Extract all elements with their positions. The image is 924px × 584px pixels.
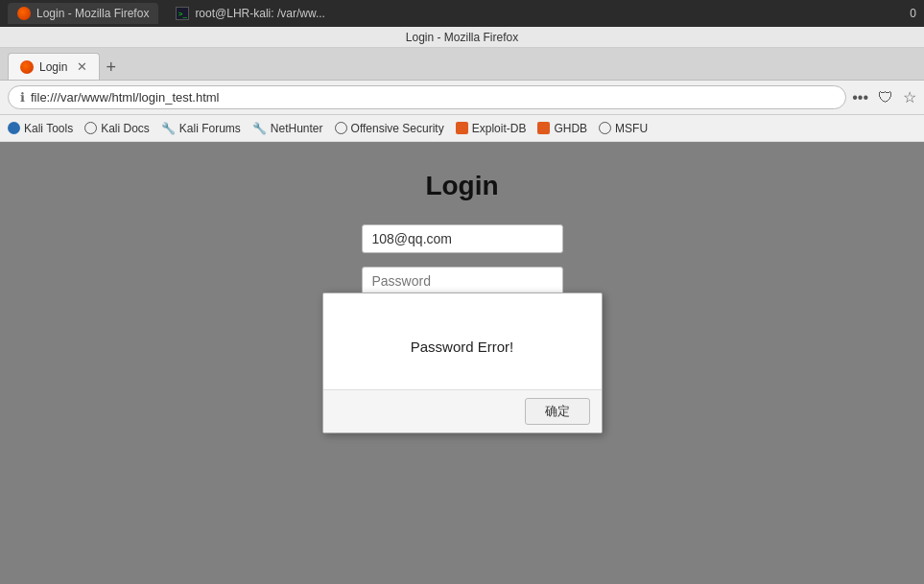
tab-favicon [20,60,34,74]
bookmark-label: Exploit-DB [472,122,527,135]
shield-icon[interactable]: 🛡 [878,89,893,106]
page-content: Login Login Password Error! 确定 [0,142,924,584]
bookmark-label: MSFU [615,122,648,135]
bookmark-label: Offensive Security [351,122,444,135]
bookmark-item-2[interactable]: 🔧Kali Forums [161,122,241,135]
dragon-icon [537,122,550,134]
address-input-container[interactable]: ℹ file:///var/www/html/login_test.html [8,85,846,109]
bookmark-label: Kali Tools [24,122,73,135]
browser-title-text: Login - Mozilla Firefox [406,31,518,44]
toolbar-icons: ••• 🛡 ☆ [852,88,916,106]
bookmark-item-5[interactable]: Exploit-DB [456,122,527,135]
address-bar: ℹ file:///var/www/html/login_test.html •… [0,81,924,115]
os-titlebar-right: 0 [910,7,916,20]
bookmark-label: Kali Docs [101,122,150,135]
tab-bar: Login ✕ + [0,48,924,81]
info-icon: ℹ [20,90,25,105]
wrench-icon: 🔧 [161,122,176,135]
bookmark-item-1[interactable]: Kali Docs [84,122,150,135]
globe-icon [599,122,611,134]
wrench-icon: 🔧 [252,122,267,135]
password-error-dialog: Password Error! 确定 [322,292,603,433]
address-text: file:///var/www/html/login_test.html [31,90,220,105]
browser-titlebar: Login - Mozilla Firefox [0,27,924,48]
browser-os-tab[interactable]: Login - Mozilla Firefox [8,3,158,24]
bookmark-item-0[interactable]: Kali Tools [8,122,73,135]
dialog-ok-button[interactable]: 确定 [525,398,590,425]
os-titlebar: Login - Mozilla Firefox >_ root@LHR-kali… [0,0,924,27]
bookmark-label: Kali Forums [179,122,241,135]
bookmark-item-7[interactable]: MSFU [599,122,648,135]
bookmarks-bar: Kali ToolsKali Docs🔧Kali Forums🔧NetHunte… [0,115,924,142]
globe-icon [84,122,97,134]
bookmark-star-icon[interactable]: ☆ [903,88,916,106]
terminal-os-tab-label: root@LHR-kali: /var/ww... [195,7,325,20]
bookmark-item-4[interactable]: Offensive Security [335,122,444,135]
browser-os-tab-label: Login - Mozilla Firefox [36,7,149,20]
firefox-favicon [17,7,31,20]
dialog-overlay: Password Error! 确定 [0,142,924,584]
tab-close-button[interactable]: ✕ [77,59,87,74]
dialog-footer: 确定 [323,389,602,432]
globe-icon [335,122,347,134]
more-options-icon[interactable]: ••• [852,89,868,106]
terminal-icon: >_ [176,7,189,20]
bookmark-label: NetHunter [271,122,323,135]
browser-tab-label: Login [39,60,67,74]
kali-icon [8,122,20,134]
terminal-os-tab[interactable]: >_ root@LHR-kali: /var/ww... [166,3,335,24]
bookmark-label: GHDB [554,122,587,135]
bookmark-item-6[interactable]: GHDB [537,122,587,135]
dragon-icon [456,122,468,134]
dialog-message: Password Error! [323,293,602,389]
new-tab-button[interactable]: + [100,58,122,78]
bookmark-item-3[interactable]: 🔧NetHunter [252,122,323,135]
active-browser-tab[interactable]: Login ✕ [8,53,100,80]
